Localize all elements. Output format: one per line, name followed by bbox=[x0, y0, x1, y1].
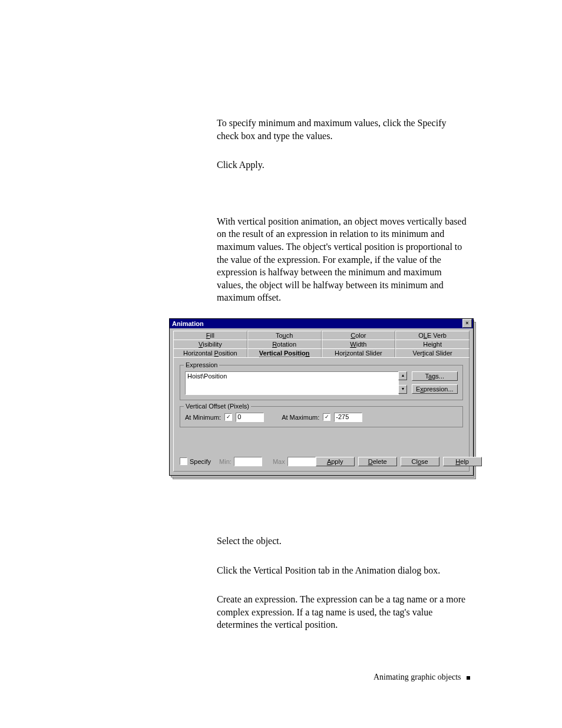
tab-ole-verb[interactable]: OLE Verb bbox=[395, 331, 470, 340]
tab-horizontal-slider[interactable]: Horizontal Slider bbox=[322, 348, 396, 357]
tab-fill[interactable]: Fill bbox=[173, 331, 247, 340]
expression-input[interactable]: Hoist\Position bbox=[185, 371, 399, 395]
expression-button[interactable]: Expression... bbox=[412, 384, 458, 394]
body-para-2: Click Apply. bbox=[217, 159, 470, 172]
step-2: Click the Vertical Position tab in the A… bbox=[217, 564, 470, 577]
tags-button[interactable]: Tags... bbox=[412, 371, 458, 381]
at-maximum-label: At Maximum: bbox=[282, 414, 319, 421]
max-label: Max bbox=[273, 458, 285, 465]
page-footer: Animating graphic objects bbox=[217, 673, 470, 682]
at-minimum-input[interactable]: 0 bbox=[236, 413, 264, 422]
specify-checkbox[interactable] bbox=[180, 457, 187, 465]
scroll-up-icon[interactable]: ▴ bbox=[398, 371, 407, 380]
close-icon[interactable]: × bbox=[462, 319, 472, 328]
body-para-3: With vertical position animation, an obj… bbox=[217, 215, 470, 304]
footer-bullet-icon bbox=[467, 676, 470, 680]
close-button[interactable]: Close bbox=[401, 457, 439, 466]
delete-button[interactable]: Delete bbox=[358, 457, 397, 466]
tab-width[interactable]: Width bbox=[322, 340, 396, 348]
tab-height[interactable]: Height bbox=[395, 340, 470, 348]
dialog-title: Animation bbox=[172, 320, 462, 327]
at-minimum-label: At Minimum: bbox=[185, 414, 221, 421]
tab-touch[interactable]: Touch bbox=[247, 331, 322, 340]
animation-dialog: Animation × Fill Touch Color OLE Verb Vi… bbox=[169, 318, 474, 476]
tab-visibility[interactable]: Visibility bbox=[173, 340, 247, 348]
scroll-down-icon[interactable]: ▾ bbox=[398, 385, 407, 394]
expression-group: Hoist\Position ▴ ▾ Tags... Expression... bbox=[180, 365, 463, 400]
step-3: Create an expression. The expression can… bbox=[217, 593, 470, 631]
apply-button[interactable]: Apply bbox=[316, 457, 355, 466]
vertical-offset-group: At Minimum: ✓ 0 At Maximum: ✓ -275 bbox=[180, 406, 463, 427]
at-minimum-checkbox[interactable]: ✓ bbox=[224, 413, 232, 421]
tab-color[interactable]: Color bbox=[322, 331, 396, 340]
tab-vertical-position[interactable]: Vertical Position bbox=[247, 348, 322, 357]
at-maximum-checkbox[interactable]: ✓ bbox=[323, 413, 330, 421]
max-input bbox=[287, 457, 316, 466]
body-para-1: To specify minimum and maximum values, c… bbox=[217, 117, 470, 142]
footer-text: Animating graphic objects bbox=[373, 673, 461, 681]
at-maximum-input[interactable]: -275 bbox=[334, 413, 362, 422]
help-button[interactable]: Help bbox=[443, 457, 482, 466]
specify-label: Specify bbox=[190, 458, 211, 465]
min-label: Min: bbox=[219, 458, 232, 465]
tab-vertical-slider[interactable]: Vertical Slider bbox=[395, 348, 470, 357]
step-1: Select the object. bbox=[217, 535, 470, 548]
tab-horizontal-position[interactable]: Horizontal Position bbox=[173, 348, 247, 357]
tab-rotation[interactable]: Rotation bbox=[247, 340, 322, 348]
min-input bbox=[234, 457, 262, 466]
dialog-titlebar: Animation × bbox=[170, 319, 473, 328]
